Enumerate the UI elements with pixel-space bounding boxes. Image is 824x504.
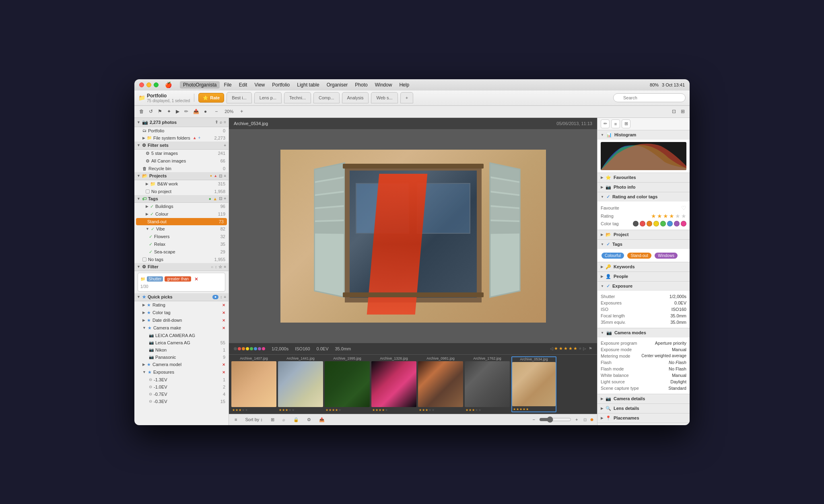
flag-btn[interactable]: ⚑ (156, 108, 164, 115)
sidebar-colour[interactable]: ▶ ✓ Colour 119 (134, 210, 229, 218)
tags-right-header[interactable]: ▼ ✓ Tags (597, 240, 690, 249)
bottom-sort-btn[interactable]: Sort by ↕ (243, 416, 265, 423)
tag-windows[interactable]: Windows (655, 253, 678, 259)
photos-header[interactable]: ▼ 📷 2,273 photos ⬆ ⌕ ≡ (134, 118, 229, 127)
sidebar-filesystem[interactable]: ▶ 📁 File system folders ▲ + 2,273 (134, 134, 229, 142)
swatch-purple[interactable] (674, 221, 680, 226)
sidebar-portfolio[interactable]: 🗂 Portfolio 0 (134, 127, 229, 134)
menu-file[interactable]: File (220, 81, 235, 88)
sidebar-qp-date[interactable]: ▶ ★ Date drill-down ✕ (134, 317, 229, 324)
star-5[interactable]: ★ (573, 346, 577, 351)
edit-btn[interactable]: ✏ (183, 108, 190, 115)
sidebar-5star[interactable]: ⚙ 5 star images 241 (134, 150, 229, 157)
photos-search-icon[interactable]: ⌕ (220, 120, 222, 124)
r-star-3[interactable]: ★ (663, 213, 668, 219)
bottom-settings-icon[interactable]: ⚙ (305, 416, 313, 423)
keywords-header[interactable]: ▶ 🔑 Keywords (597, 262, 690, 272)
filter-plus[interactable]: + (224, 265, 226, 269)
tab-add[interactable]: + (400, 92, 413, 103)
thumb-1762[interactable]: Archive_1762.jpg ★★★★★ (465, 356, 510, 412)
star-3[interactable]: ★ (564, 346, 568, 351)
sidebar-no-project[interactable]: No project 1,958 (134, 188, 229, 195)
maximize-button[interactable] (154, 82, 159, 87)
tab-lens[interactable]: Lens p... (254, 92, 282, 103)
filter-type-select[interactable]: Shutter (147, 276, 163, 282)
qp-rating-close[interactable]: ✕ (222, 303, 225, 307)
actual-size-btn[interactable]: ⊞ (679, 108, 686, 115)
sidebar-leica-camera[interactable]: 📷 Leica Camera AG 55 (134, 339, 229, 346)
sidebar-panasonic[interactable]: 📷 Panasonic 9 (134, 354, 229, 361)
projects-header[interactable]: ▼ 📂 Projects ● ▲ ⊡ + (134, 172, 229, 180)
menu-app[interactable]: PhotoOrganista (180, 81, 220, 88)
tags-filter[interactable]: ⊡ (219, 196, 222, 201)
rating-header[interactable]: ▼ ✓ Rating and color tags (597, 192, 690, 202)
swatch-orange[interactable] (647, 221, 652, 226)
tab-techni[interactable]: Techni... (284, 92, 311, 103)
photo-star-rating[interactable]: ★ ★ ★ ★ ★ ★ (554, 346, 582, 351)
photos-share-icon[interactable]: ⬆ (215, 120, 218, 124)
thumb-1441[interactable]: Archive_1441.jpg ★★★★★ (278, 356, 323, 412)
menu-portfolio[interactable]: Portfolio (269, 81, 293, 88)
r-star-6[interactable]: ★ (681, 213, 686, 219)
sidebar-no-tags[interactable]: No tags 1,955 (134, 256, 229, 263)
right-edit-btn[interactable]: ✏ (601, 119, 610, 128)
thumb-0981[interactable]: Archive_0981.jpg ★★★★★ (418, 356, 463, 412)
swatch-gray[interactable] (633, 221, 639, 226)
tag-standout[interactable]: Stand-out (627, 253, 651, 259)
thumb-1407[interactable]: Archive_1407.jpg ★★★★★ (231, 356, 276, 412)
thumb-1326[interactable]: Archive_1326.jpg ★★★★★ (371, 356, 416, 412)
menu-photo[interactable]: Photo (352, 81, 371, 88)
camera-modes-header[interactable]: ▼ 📷 Camera modes (597, 328, 690, 337)
fit-btn[interactable]: ⊡ (670, 108, 678, 115)
r-star-2[interactable]: ★ (657, 213, 662, 219)
projects-controls-icon[interactable]: ⊡ (219, 174, 222, 178)
tab-analysis[interactable]: Analysis (342, 92, 369, 103)
tag-colourful[interactable]: Colourful (602, 253, 624, 259)
tab-comp[interactable]: Comp... (313, 92, 340, 103)
minimize-button[interactable] (146, 82, 151, 87)
star-6[interactable]: ★ (578, 346, 582, 351)
lens-details-header[interactable]: ▶ 🔍 Lens details (597, 404, 690, 413)
thumb-0534[interactable]: Archive_0534.jpg ★★★★★ (511, 356, 556, 412)
sidebar-vibe[interactable]: ▼ ✓ Vibe 82 (134, 225, 229, 233)
zoom-out-bottom[interactable]: − (530, 416, 537, 423)
filter-sets-add[interactable]: + (224, 143, 226, 148)
menu-organiser[interactable]: Organiser (323, 81, 351, 88)
sidebar-qp-camera-make[interactable]: ▼ ★ Camera make ✕ (134, 324, 229, 332)
star-2[interactable]: ★ (559, 346, 563, 351)
qp-exposures-close[interactable]: ✕ (222, 370, 225, 374)
filter-condition[interactable]: greater than (165, 276, 191, 282)
filter-arrow[interactable]: ↕ (215, 265, 217, 269)
sidebar-bw-work[interactable]: ▶ 📁 B&W work 315 (134, 180, 229, 188)
sidebar-ev-1-0[interactable]: ⊖ -1.0EV 2 (134, 383, 229, 391)
qp-model-close[interactable]: ✕ (222, 362, 225, 367)
favourites-header[interactable]: ▶ ⭐ Favourites (597, 173, 690, 182)
more-btn[interactable]: ● (202, 108, 208, 115)
filter-sets-header[interactable]: ▼ ⚙ Filter sets + (134, 142, 229, 150)
move-btn[interactable]: ✦ (165, 108, 173, 115)
play-btn[interactable]: ▶ (174, 108, 181, 115)
qp-camera-close[interactable]: ✕ (222, 326, 225, 330)
quick-picks-header[interactable]: ▼ ★ Quick picks ● ↕ + (134, 293, 229, 301)
sidebar-ev-0-7[interactable]: ⊖ -0.7EV 4 (134, 391, 229, 398)
r-star-5[interactable]: ★ (675, 213, 680, 219)
filter-header[interactable]: ▼ ⚙ Filter ○ ↕ ☆ + (134, 263, 229, 271)
quick-picks-add[interactable]: + (224, 295, 226, 299)
sidebar-nikon[interactable]: 📷 Nikon 1 (134, 346, 229, 354)
menu-light-table[interactable]: Light table (294, 81, 322, 88)
qp-date-close[interactable]: ✕ (222, 318, 225, 323)
photo-info-header[interactable]: ▶ 📷 Photo info (597, 183, 690, 192)
r-star-1[interactable]: ★ (651, 213, 656, 219)
close-button[interactable] (139, 82, 144, 87)
sidebar-stand-out[interactable]: Stand-out 73 (136, 218, 227, 225)
filter-star[interactable]: ☆ (218, 265, 222, 269)
filter-check[interactable]: ○ (211, 265, 213, 269)
filter-remove-btn[interactable]: ✕ (193, 276, 200, 283)
sidebar-ev-0-3[interactable]: ⊖ -0.3EV 15 (134, 398, 229, 405)
zoom-out-btn[interactable]: − (213, 108, 219, 115)
sidebar-ev-1-3[interactable]: ⊖ -1.3EV 1 (134, 376, 229, 383)
menu-edit[interactable]: Edit (236, 81, 251, 88)
tags-header[interactable]: ▼ 🏷 Tags ● ▲ ⊡ + (134, 195, 229, 203)
bottom-share-icon[interactable]: 📤 (317, 416, 327, 423)
rotate-btn[interactable]: ↺ (147, 108, 154, 115)
